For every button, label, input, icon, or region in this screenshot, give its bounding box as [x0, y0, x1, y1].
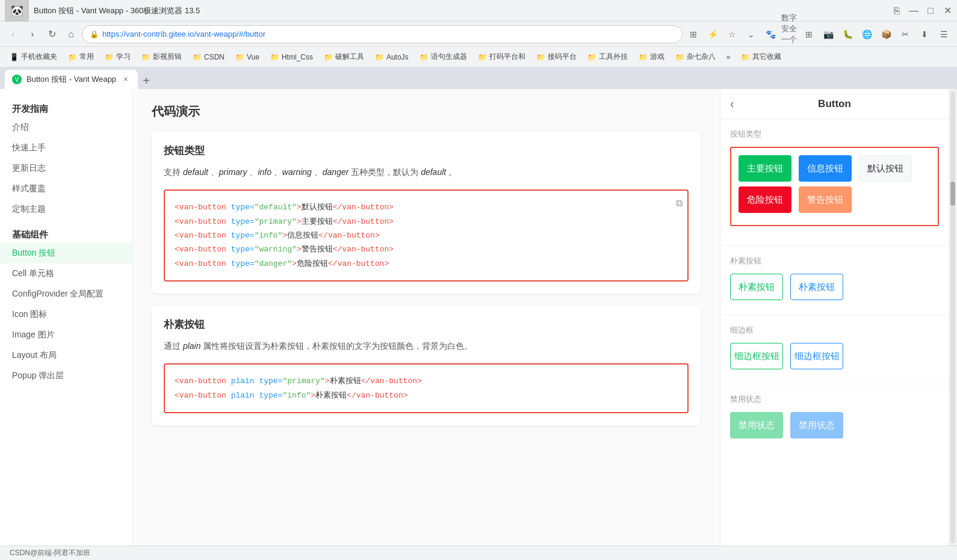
download-icon[interactable]: ⬇ — [916, 26, 933, 43]
sidebar-item-intro[interactable]: 介绍 — [0, 117, 132, 138]
bookmark-crack[interactable]: 📁破解工具 — [319, 49, 369, 65]
scrollbar-thumb[interactable] — [950, 182, 955, 206]
cut-icon[interactable]: ✂ — [897, 26, 914, 43]
new-tab-button[interactable]: + — [138, 72, 155, 89]
bookmark-label: Html_Css — [282, 53, 313, 61]
star-icon[interactable]: ☆ — [723, 26, 740, 43]
forward-button[interactable]: › — [24, 26, 41, 43]
grid-icon[interactable]: ⊞ — [685, 26, 702, 43]
bookmark-label: 手机收藏夹 — [21, 52, 57, 62]
sidebar-item-icon[interactable]: Icon 图标 — [0, 304, 132, 325]
button-type-title: 按钮类型 — [164, 144, 689, 158]
sidebar-item-style[interactable]: 样式覆盖 — [0, 179, 132, 199]
sidebar-item-theme[interactable]: 定制主题 — [0, 199, 132, 220]
bookmark-study[interactable]: 📁学习 — [100, 49, 135, 65]
bug-icon[interactable]: 🐛 — [839, 26, 856, 43]
primary-button[interactable]: 主要按钮 — [739, 155, 791, 182]
disabled-primary-button: 禁用状态 — [730, 412, 783, 438]
bottom-info-bar: CSDN@前端-阿君不加班 — [0, 546, 957, 560]
preview-panel: ‹ Button 按钮类型 主要按钮 信息按钮 默认按钮 危险按钮 — [720, 89, 949, 546]
plain-button-desc: 通过 plain 属性将按钮设置为朴素按钮，朴素按钮的文字为按钮颜色，背景为白色… — [164, 339, 689, 354]
button-type-section: 按钮类型 支持 default 、primary 、info 、warning … — [152, 132, 701, 294]
menu-icon[interactable]: ☰ — [935, 26, 952, 43]
bookmark-video[interactable]: 📁影视剪辑 — [137, 49, 187, 65]
bookmark-csdn[interactable]: 📁CSDN — [188, 49, 229, 65]
pin-icon[interactable]: ⎘ — [892, 6, 902, 16]
plain-button-title: 朴素按钮 — [164, 318, 689, 331]
bookmark-tools[interactable]: 📁工具外挂 — [583, 49, 633, 65]
tab-close-button[interactable]: × — [121, 75, 131, 84]
bookmark-games[interactable]: 📁游戏 — [634, 49, 669, 65]
plain-info-button[interactable]: 朴素按钮 — [790, 274, 843, 300]
copy-icon[interactable]: ⧉ — [676, 195, 683, 213]
hairline-primary-button[interactable]: 细边框按钮 — [730, 343, 783, 369]
sidebar-item-quickstart[interactable]: 快速上手 — [0, 138, 132, 158]
address-bar[interactable]: 🔒 https://vant-contrib.gitee.io/vant-wea… — [82, 25, 683, 43]
minimize-button[interactable]: — — [909, 6, 918, 16]
bookmark-mobile[interactable]: 📱手机收藏夹 — [5, 49, 62, 65]
preview-button-type-label: 按钮类型 — [730, 129, 939, 140]
danger-button[interactable]: 危险按钮 — [739, 186, 791, 213]
warning-button[interactable]: 警告按钮 — [799, 186, 852, 213]
sidebar-item-changelog[interactable]: 更新日志 — [0, 158, 132, 179]
bookmark-label: 游戏 — [650, 52, 664, 62]
close-button[interactable]: ✕ — [943, 6, 952, 16]
home-button[interactable]: ⌂ — [63, 26, 79, 43]
bottom-text: CSDN@前端-阿君不加班 — [10, 548, 90, 558]
active-tab[interactable]: V Button 按钮 - Vant Weapp × — [5, 70, 138, 89]
bookmark-autojs[interactable]: 📁AutoJs — [370, 49, 413, 65]
bookmark-label: 其它收藏 — [752, 52, 781, 62]
bookmark-misc[interactable]: 📁杂七杂八 — [671, 49, 720, 65]
preview-back-button[interactable]: ‹ — [730, 97, 734, 111]
info-button[interactable]: 信息按钮 — [799, 155, 852, 182]
photo-icon[interactable]: 📷 — [820, 26, 837, 43]
nav-bar: ‹ › ↻ ⌂ 🔒 https://vant-contrib.gitee.io/… — [0, 22, 957, 47]
globe-icon[interactable]: 🌐 — [858, 26, 875, 43]
bookmark-other[interactable]: 📁其它收藏 — [736, 49, 786, 65]
hairline-info-button[interactable]: 细边框按钮 — [790, 343, 843, 369]
refresh-button[interactable]: ↻ — [43, 26, 60, 43]
plain-button-section: 朴素按钮 通过 plain 属性将按钮设置为朴素按钮，朴素按钮的文字为按钮颜色，… — [152, 306, 701, 425]
bookmark-label: 常用 — [79, 52, 94, 62]
code-plain-2: <van-button plain type="info">朴素按钮</van-… — [175, 389, 678, 402]
back-button[interactable]: ‹ — [5, 26, 22, 43]
sidebar-item-cell[interactable]: Cell 单元格 — [0, 263, 132, 284]
sidebar-section-devguide: 开发指南 — [0, 99, 132, 117]
bookmark-phone[interactable]: 📁接码平台 — [531, 49, 581, 65]
bookmark-gen[interactable]: 📁语句生成器 — [415, 49, 472, 65]
grid2-icon[interactable]: ⊞ — [801, 26, 817, 43]
bookmarks-bar: 📱手机收藏夹 📁常用 📁学习 📁影视剪辑 📁CSDN 📁Vue 📁Html_Cs… — [0, 47, 957, 67]
360-icon[interactable]: 🐾 — [762, 26, 779, 43]
search-icon[interactable]: 数字安全一个都 — [781, 26, 798, 43]
bookmark-vue[interactable]: 📁Vue — [231, 49, 264, 65]
bookmark-label: CSDN — [204, 53, 225, 61]
scrollbar[interactable] — [949, 89, 957, 546]
default-button[interactable]: 默认按钮 — [859, 155, 912, 182]
preview-header: ‹ Button — [720, 89, 949, 119]
code-line-2: <van-button type="primary">主要按钮</van-but… — [175, 215, 678, 229]
bookmark-htmlcss[interactable]: 📁Html_Css — [265, 49, 318, 65]
app-icon[interactable]: 📦 — [878, 26, 894, 43]
address-actions: ⊞ ⚡ ☆ ⌄ — [685, 26, 760, 43]
tab-title: Button 按钮 - Vant Weapp — [26, 74, 116, 85]
browser-avatar: 🐼 — [5, 0, 29, 23]
bookmark-common[interactable]: 📁常用 — [63, 49, 99, 65]
chevron-down-icon[interactable]: ⌄ — [743, 26, 760, 43]
plain-primary-button[interactable]: 朴素按钮 — [730, 274, 783, 300]
sidebar-item-image[interactable]: Image 图片 — [0, 325, 132, 345]
sidebar-item-button[interactable]: Button 按钮 — [0, 243, 132, 263]
bookmark-label: 影视剪辑 — [153, 52, 182, 62]
code-line-1: <van-button type="default">默认按钮</van-but… — [175, 200, 678, 214]
sidebar-item-layout[interactable]: Layout 布局 — [0, 345, 132, 366]
maximize-button[interactable]: □ — [926, 6, 935, 16]
title-bar: 🐼 Button 按钮 - Vant Weapp - 360极速浏览器 13.5… — [0, 0, 957, 22]
bookmark-code[interactable]: 📁打码平台和 — [473, 49, 530, 65]
bookmark-more[interactable]: » — [722, 49, 736, 65]
tab-favicon: V — [12, 75, 22, 84]
content-area: 代码演示 按钮类型 支持 default 、primary 、info 、war… — [132, 89, 720, 546]
sidebar-item-popup[interactable]: Popup 弹出层 — [0, 366, 132, 386]
lightning-icon[interactable]: ⚡ — [704, 26, 721, 43]
code-plain-1: <van-button plain type="primary">朴素按钮</v… — [175, 374, 678, 388]
bookmark-label: 杂七杂八 — [687, 52, 716, 62]
sidebar-item-config[interactable]: ConfigProvider 全局配置 — [0, 284, 132, 304]
